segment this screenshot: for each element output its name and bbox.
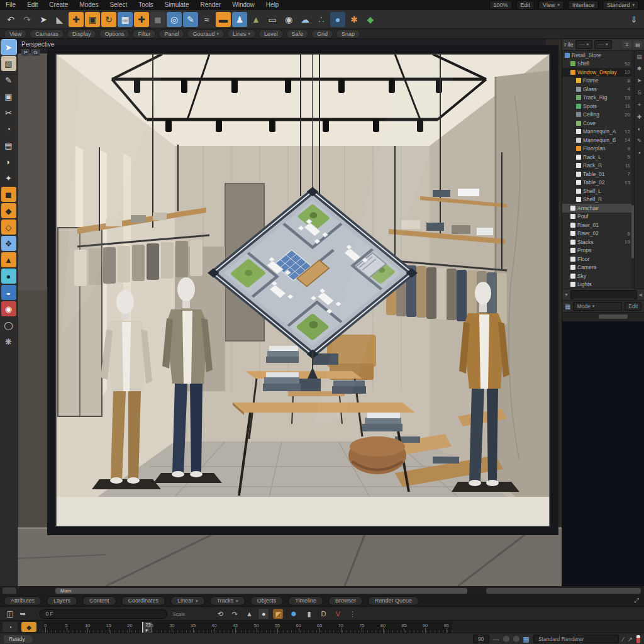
cloth-tool[interactable]: ◒ xyxy=(1,285,16,300)
om-mode-value[interactable]: Edit xyxy=(625,302,641,311)
plane-icon[interactable]: ▬ xyxy=(216,12,231,27)
viewbar-lines[interactable]: Lines▾ xyxy=(227,30,256,38)
torus-icon[interactable]: ◎ xyxy=(167,12,182,27)
viewbar-snap[interactable]: Snap xyxy=(336,30,360,38)
cube-primitive[interactable]: ◼ xyxy=(1,187,16,202)
menu-right-field-3[interactable]: Interface xyxy=(568,1,599,9)
scrollbar-corner-box[interactable] xyxy=(3,587,16,594)
table-row[interactable]: Lights xyxy=(562,280,632,289)
table-row[interactable]: Floorplan9 xyxy=(562,145,632,153)
undo-icon[interactable]: ↶ xyxy=(3,12,18,27)
viewport-hscroll-thumb[interactable]: Main xyxy=(55,588,467,594)
scale-icon[interactable]: ▣ xyxy=(85,12,100,27)
tab-browser[interactable]: Browser xyxy=(328,596,363,606)
menu-file[interactable]: File xyxy=(0,0,21,10)
table-row[interactable]: Table_0213 xyxy=(562,179,632,187)
keyframe-icon[interactable]: ◆ xyxy=(21,622,36,632)
stamp-tool[interactable]: ▣ xyxy=(1,89,16,104)
coords-icon[interactable]: ✚ xyxy=(134,12,149,27)
import-icon[interactable]: ➥ xyxy=(19,609,26,618)
camera-icon[interactable]: ◉ xyxy=(281,12,296,27)
table-row[interactable]: Cove xyxy=(562,119,632,128)
viewbar-filter[interactable]: Filter xyxy=(132,30,156,38)
menu-edit[interactable]: Edit xyxy=(21,0,43,10)
tab-content[interactable]: Content xyxy=(82,596,116,606)
table-row[interactable]: Mannequin_A12 xyxy=(562,128,632,136)
record-pill-icon[interactable] xyxy=(636,635,640,643)
volume-icon[interactable]: ∴ xyxy=(314,12,329,27)
layers-icon[interactable]: ▤ xyxy=(636,53,642,60)
om-dropdown-1[interactable]: —▾ xyxy=(575,40,593,49)
bar-icon[interactable]: ▮ xyxy=(304,609,314,619)
frame-count-field[interactable]: 90 xyxy=(473,635,489,643)
tab-coordinates[interactable]: Coordinates xyxy=(121,596,166,606)
menu-right-field-2[interactable]: View▾ xyxy=(538,1,564,9)
frame-field[interactable] xyxy=(40,609,167,619)
pen-icon[interactable]: ✎ xyxy=(183,12,198,27)
table-row[interactable]: Shelf_R xyxy=(562,196,632,204)
status-dot-1[interactable] xyxy=(503,636,509,642)
viewport-badge-2[interactable]: G xyxy=(31,49,40,56)
om-filter-icon[interactable]: ≡ xyxy=(623,41,631,48)
table-row[interactable]: Pouf xyxy=(562,213,632,221)
up-icon[interactable]: ▲ xyxy=(244,609,254,619)
funnel-icon[interactable]: ▼ xyxy=(564,292,569,297)
table-row[interactable]: Track_Rig18 xyxy=(562,94,632,103)
clock-icon[interactable]: ◔ xyxy=(3,622,18,632)
menu-modes[interactable]: Modes xyxy=(74,0,104,10)
table-row[interactable]: Rack_L5 xyxy=(562,153,632,162)
curve-icon[interactable]: ↷ xyxy=(230,609,240,619)
playhead[interactable]: 23 F xyxy=(142,622,143,633)
pen-tool[interactable]: ✎ xyxy=(1,72,16,87)
texture-tool[interactable]: ▨ xyxy=(1,56,16,71)
timeline-ruler[interactable]: 23 F 05101520253035404550556065707580859… xyxy=(43,622,452,633)
tab-linear[interactable]: Linear▾ xyxy=(170,596,205,606)
grid-tool[interactable]: ▤ xyxy=(1,138,16,153)
viewbar-options[interactable]: Options xyxy=(99,30,130,38)
figure-icon[interactable]: ♟ xyxy=(232,12,247,27)
spline-icon[interactable]: ≈ xyxy=(199,12,214,27)
tab-render-queue[interactable]: Render Queue xyxy=(368,596,419,606)
renderer-field[interactable]: Standard Renderer xyxy=(533,635,619,643)
dot-icon[interactable]: ▪ xyxy=(638,150,640,156)
viewbar-display[interactable]: Display xyxy=(67,30,97,38)
table-row[interactable]: Spots11 xyxy=(562,102,632,111)
key-icon[interactable]: D xyxy=(318,609,328,619)
sphere-icon[interactable]: ● xyxy=(287,608,299,620)
tab-objects[interactable]: Objects xyxy=(250,596,284,606)
table-row[interactable]: Riser_01 xyxy=(562,221,632,230)
add-icon[interactable]: ✚ xyxy=(637,114,642,120)
table-row[interactable]: Floor xyxy=(562,255,632,264)
viewbar-panel[interactable]: Panel xyxy=(158,30,184,38)
menu-right-field-0[interactable]: 100% xyxy=(489,1,513,9)
table-row[interactable]: Camera xyxy=(562,264,632,272)
tab-timeline[interactable]: Timeline xyxy=(288,596,323,606)
pin-icon[interactable]: ✱ xyxy=(637,65,642,72)
arrow-icon[interactable]: ↗ xyxy=(628,636,633,643)
vector-icon[interactable]: V xyxy=(333,609,343,619)
mograph-icon[interactable]: ✱ xyxy=(347,12,362,27)
star-tool[interactable]: ✦ xyxy=(1,170,16,186)
table-row[interactable]: Armchair xyxy=(562,204,632,213)
table-row[interactable]: Shelf_L xyxy=(562,187,632,196)
menu-right-field-1[interactable]: Edit xyxy=(516,1,535,9)
om-horizontal-scrollbar[interactable] xyxy=(562,312,644,321)
viewbar-safe[interactable]: Safe xyxy=(286,30,309,38)
menu-simulate[interactable]: Simulate xyxy=(159,0,195,10)
live-selection-tool[interactable]: ➤ xyxy=(1,40,16,55)
table-row[interactable]: Shell52 xyxy=(562,60,632,69)
material-tool[interactable]: ◉ xyxy=(1,301,16,316)
cone-primitive[interactable]: ◇ xyxy=(1,219,16,235)
arrow-icon[interactable]: ➤ xyxy=(637,77,642,84)
table-row[interactable]: Window_Display10 xyxy=(562,68,632,77)
last-tool-icon[interactable]: ▦ xyxy=(118,12,133,27)
wedge-primitive[interactable]: ▲ xyxy=(1,252,16,267)
menu-create[interactable]: Create xyxy=(43,0,74,10)
table-row[interactable]: Mannequin_B14 xyxy=(562,136,632,145)
menu-right-field-4[interactable]: Standard▾ xyxy=(602,1,639,9)
table-row[interactable]: Rack_R11 xyxy=(562,162,632,170)
pyramid-primitive[interactable]: ◆ xyxy=(1,203,16,218)
solo-icon[interactable]: S xyxy=(637,89,641,96)
edit-icon[interactable]: ✎ xyxy=(637,138,642,144)
modifier-tool[interactable]: ❋ xyxy=(1,334,16,349)
